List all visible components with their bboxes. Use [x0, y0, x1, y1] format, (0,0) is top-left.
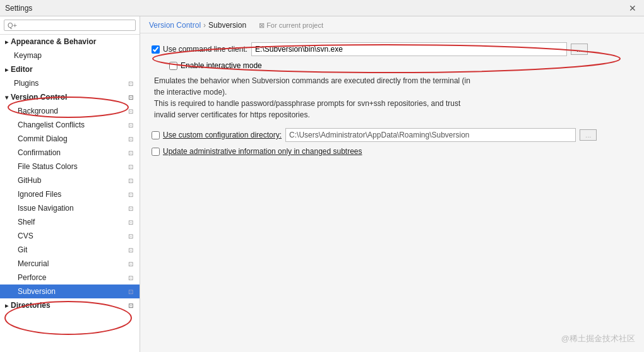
- custom-config-label: Use custom configuration directory:: [152, 131, 282, 139]
- directories-icon: ⊡: [128, 302, 133, 309]
- cmd-browse-button[interactable]: ...: [571, 44, 588, 55]
- sidebar-item-keymap[interactable]: Keymap: [0, 49, 140, 62]
- sidebar-item-background[interactable]: Background ⊡: [0, 104, 140, 118]
- shelf-icon: ⊡: [128, 219, 133, 226]
- breadcrumb-bar: Version Control › Subversion ⊠ For curre…: [140, 16, 644, 33]
- custom-config-row: Use custom configuration directory: ...: [152, 128, 633, 142]
- use-cmd-checkbox[interactable]: [152, 45, 160, 54]
- desc-line3: This is required to handle password/pass…: [154, 98, 633, 109]
- sidebar-item-ignored-files[interactable]: Ignored Files ⊡: [0, 187, 140, 201]
- interactive-mode-row: Enable interactive mode: [169, 61, 633, 70]
- sidebar-item-shelf[interactable]: Shelf ⊡: [0, 215, 140, 229]
- custom-config-checkbox[interactable]: [152, 131, 160, 139]
- desc-line4: invalid server certificates for https re…: [154, 109, 633, 120]
- breadcrumb-project-note: ⊠ For current project: [259, 21, 323, 30]
- sidebar-item-github[interactable]: GitHub ⊡: [0, 173, 140, 187]
- issue-nav-icon: ⊡: [128, 205, 133, 212]
- git-icon: ⊡: [128, 247, 133, 254]
- subversion-icon: ⊡: [128, 288, 133, 295]
- file-status-icon: ⊡: [128, 163, 133, 170]
- version-control-icon: ⊡: [128, 94, 133, 101]
- sidebar-item-appearance[interactable]: ▸Appearance & Behavior: [0, 35, 140, 49]
- breadcrumb-current: Subversion: [208, 21, 246, 30]
- watermark: @稀土掘金技术社区: [561, 333, 635, 344]
- custom-config-browse-button[interactable]: ...: [580, 129, 597, 141]
- interactive-mode-checkbox[interactable]: [169, 62, 177, 70]
- cmd-path-input[interactable]: [251, 42, 567, 56]
- search-input[interactable]: [4, 20, 136, 31]
- close-button[interactable]: ✕: [626, 3, 639, 13]
- breadcrumb-separator: ›: [203, 21, 206, 30]
- use-cmd-label: Use command line client:: [152, 45, 247, 54]
- sidebar-item-directories[interactable]: ▸Directories ⊡: [0, 298, 140, 312]
- sidebar-item-mercurial[interactable]: Mercurial ⊡: [0, 257, 140, 271]
- search-box: [0, 16, 140, 35]
- sidebar-item-plugins[interactable]: Plugins ⊡: [0, 76, 140, 90]
- sidebar-item-perforce[interactable]: Perforce ⊡: [0, 271, 140, 285]
- main-content: Version Control › Subversion ⊠ For curre…: [140, 16, 644, 352]
- sidebar-item-subversion[interactable]: Subversion ⊡: [0, 285, 140, 298]
- description-block: Emulates the behavior when Subversion co…: [154, 75, 633, 120]
- sidebar-item-changelist-conflicts[interactable]: Changelist Conflicts ⊡: [0, 118, 140, 132]
- sidebar-item-git[interactable]: Git ⊡: [0, 243, 140, 257]
- changelist-icon: ⊡: [128, 122, 133, 129]
- sidebar-item-confirmation[interactable]: Confirmation ⊡: [0, 146, 140, 160]
- sidebar-item-editor[interactable]: ▸Editor: [0, 62, 140, 76]
- window-title: Settings: [5, 4, 32, 13]
- sidebar-item-cvs[interactable]: CVS ⊡: [0, 229, 140, 243]
- perforce-icon: ⊡: [128, 274, 133, 281]
- github-icon: ⊡: [128, 177, 133, 184]
- confirmation-icon: ⊡: [128, 150, 133, 156]
- content-area: Use command line client: ... Enable inte…: [140, 33, 644, 170]
- breadcrumb-parent[interactable]: Version Control: [149, 21, 201, 30]
- desc-line1: Emulates the behavior when Subversion co…: [154, 75, 633, 86]
- sidebar-item-file-status-colors[interactable]: File Status Colors ⊡: [0, 160, 140, 173]
- cvs-icon: ⊡: [128, 233, 133, 240]
- background-icon: ⊡: [128, 108, 133, 115]
- dialog-body: ▸Appearance & Behavior Keymap ▸Editor Pl…: [0, 16, 644, 352]
- sidebar-item-issue-navigation[interactable]: Issue Navigation ⊡: [0, 201, 140, 215]
- use-cmd-row: Use command line client: ...: [152, 42, 633, 56]
- commit-dialog-icon: ⊡: [128, 136, 133, 143]
- plugins-icon: ⊡: [128, 80, 133, 87]
- update-admin-label: Update administrative information only i…: [152, 147, 362, 156]
- sidebar-item-version-control[interactable]: ▾Version Control ⊡: [0, 90, 140, 104]
- update-admin-row: Update administrative information only i…: [152, 147, 633, 156]
- sidebar: ▸Appearance & Behavior Keymap ▸Editor Pl…: [0, 16, 140, 352]
- title-bar: Settings ✕: [0, 0, 644, 16]
- mercurial-icon: ⊡: [128, 261, 133, 267]
- ignored-files-icon: ⊡: [128, 191, 133, 198]
- interactive-mode-label: Enable interactive mode: [169, 61, 633, 70]
- custom-config-input[interactable]: [285, 128, 576, 142]
- sidebar-item-commit-dialog[interactable]: Commit Dialog ⊡: [0, 132, 140, 146]
- update-admin-checkbox[interactable]: [152, 148, 160, 156]
- desc-line2: the interactive mode).: [154, 86, 633, 98]
